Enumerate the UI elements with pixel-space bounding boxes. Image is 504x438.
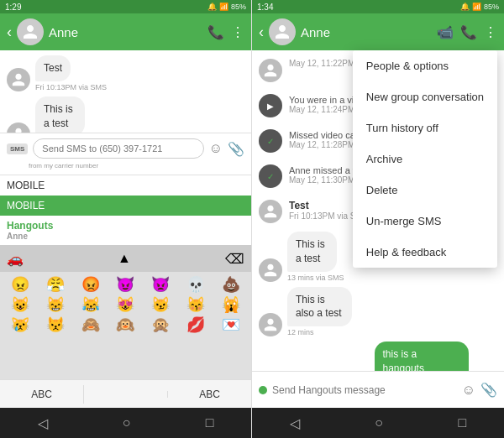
right-msg-text-7: This is also a test <box>296 294 342 320</box>
emoji-9[interactable]: 😸 <box>39 295 72 314</box>
autocomplete-item-3[interactable]: Hangouts Anne <box>0 216 251 245</box>
left-status-icons: 🔔 📶 85% <box>207 3 246 11</box>
emoji-2[interactable]: 😤 <box>39 275 72 294</box>
right-avatar-3: ✓ <box>259 129 282 153</box>
emoji-8[interactable]: 😺 <box>3 295 37 314</box>
right-back-button[interactable]: ‹ <box>259 23 264 41</box>
emoji-1[interactable]: 😠 <box>3 275 37 294</box>
dropdown-item-archive[interactable]: Archive <box>353 143 497 175</box>
left-battery: 85% <box>231 3 246 11</box>
left-message-list: Test Fri 10:13PM via SMS This is a test … <box>0 50 251 133</box>
right-emoji-icon[interactable]: ☺ <box>462 383 475 398</box>
right-contact-name: Anne <box>301 25 432 39</box>
right-msg-text-6: This is a test <box>296 238 325 264</box>
keyboard-area: 🚗 ▲ ⌫ 😠 😤 😡 😈 👿 💀 💩 😺 😸 😹 😻 😼 😽 🙀 😿 😾 🙈 … <box>0 245 251 379</box>
suggestion-abc-left[interactable]: ABC <box>0 385 84 404</box>
keyboard-toolbar: 🚗 ▲ ⌫ <box>0 245 251 272</box>
right-time: 1:34 <box>257 3 273 12</box>
attach-icon[interactable]: 📎 <box>228 141 244 157</box>
left-nav-bar: ◁ ○ □ <box>0 408 251 438</box>
emoji-19[interactable]: 🙊 <box>144 315 177 334</box>
right-attach-icon[interactable]: 📎 <box>480 382 497 398</box>
right-avatar-2: ▶ <box>259 94 282 117</box>
right-call-icon[interactable]: 📞 <box>460 24 477 40</box>
dropdown-item-delete[interactable]: Delete <box>353 175 497 206</box>
msg-text-1: Test <box>44 62 62 74</box>
check-icon-3: ✓ <box>267 137 274 146</box>
emoji-16[interactable]: 😾 <box>39 315 72 334</box>
emoji-5[interactable]: 👿 <box>144 275 177 294</box>
hangouts-dot <box>259 386 267 394</box>
right-home-nav[interactable]: ○ <box>375 415 383 430</box>
right-nav-bar: ◁ ○ □ <box>252 408 504 438</box>
right-bubble-7: This is also a test <box>287 287 352 327</box>
right-msg-block-7: This is also a test 12 mins <box>287 287 382 337</box>
right-input-area: ☺ 📎 <box>252 371 504 408</box>
kb-car-icon[interactable]: 🚗 <box>7 251 24 267</box>
dropdown-item-new-group[interactable]: New group conversation <box>353 81 497 112</box>
emoji-17[interactable]: 🙈 <box>74 315 108 334</box>
msg-meta-1: Fri 10:13PM via SMS <box>35 83 107 91</box>
emoji-4[interactable]: 😈 <box>109 275 143 294</box>
right-video-icon[interactable]: 📹 <box>437 24 454 40</box>
emoji-15[interactable]: 😿 <box>3 315 37 334</box>
left-panel: 1:29 🔔 📶 85% ‹ Anne 📞 ⋮ Test <box>0 0 252 438</box>
right-avatar-6 <box>259 258 282 282</box>
dropdown-item-history[interactable]: Turn history off <box>353 112 497 143</box>
left-time: 1:29 <box>5 3 21 12</box>
input-icons: ☺ 📎 <box>209 141 244 157</box>
dropdown-item-people[interactable]: People & options <box>353 50 497 81</box>
right-recents-nav[interactable]: □ <box>459 415 467 430</box>
suggestion-abc-right[interactable]: ABC <box>168 385 251 404</box>
right-msg-row-7: This is also a test 12 mins <box>259 287 497 337</box>
kb-delete-icon[interactable]: ⌫ <box>225 251 244 267</box>
emoji-10[interactable]: 😹 <box>74 295 108 314</box>
kb-triangle-icon[interactable]: ▲ <box>118 251 131 266</box>
emoji-3[interactable]: 😡 <box>74 275 108 294</box>
left-app-bar: ‹ Anne 📞 ⋮ <box>0 13 251 50</box>
emoji-12[interactable]: 😼 <box>144 295 177 314</box>
right-notification-icon: 🔔 <box>460 3 470 11</box>
left-signal-icon: 📶 <box>219 3 228 11</box>
autocomplete-dropdown: MOBILE MOBILE Hangouts Anne <box>0 175 251 245</box>
autocomplete-item-1[interactable]: MOBILE <box>0 175 251 196</box>
right-avatar-5 <box>259 200 282 223</box>
right-back-nav[interactable]: ◁ <box>290 415 300 431</box>
emoji-icon[interactable]: ☺ <box>209 141 223 156</box>
emoji-13[interactable]: 😽 <box>179 295 213 314</box>
left-header-actions: 📞 ⋮ <box>207 24 244 40</box>
left-back-button[interactable]: ‹ <box>7 23 12 41</box>
right-contact-avatar <box>269 18 296 45</box>
left-recents-nav[interactable]: □ <box>206 415 214 430</box>
dropdown-item-unmerge[interactable]: Un-merge SMS <box>353 206 497 237</box>
right-status-bar: 1:34 🔔 📶 85% <box>252 0 504 13</box>
left-more-icon[interactable]: ⋮ <box>231 24 244 40</box>
right-msg-block-8: this is a hangouts message 12 mins <box>330 342 469 371</box>
emoji-20[interactable]: 💋 <box>179 315 213 334</box>
emoji-6[interactable]: 💀 <box>179 275 213 294</box>
input-row: SMS ☺ 📎 <box>7 138 244 159</box>
message-input[interactable] <box>33 138 203 159</box>
sms-badge: SMS <box>7 143 28 154</box>
emoji-14[interactable]: 🙀 <box>214 295 248 314</box>
left-back-nav[interactable]: ◁ <box>38 415 48 431</box>
carrier-note: from my carrier number <box>29 162 244 169</box>
left-home-nav[interactable]: ○ <box>123 415 131 430</box>
right-more-icon[interactable]: ⋮ <box>484 24 497 40</box>
emoji-7[interactable]: 💩 <box>214 275 248 294</box>
right-avatar-1 <box>259 59 282 82</box>
right-message-input[interactable] <box>272 384 457 396</box>
autocomplete-item-2[interactable]: MOBILE <box>0 196 251 216</box>
right-panel: 1:34 🔔 📶 85% ‹ Anne 📹 📞 ⋮ May 12, 11:22P… <box>252 0 504 438</box>
left-call-icon[interactable]: 📞 <box>207 24 224 40</box>
msg-row-1: Test Fri 10:13PM via SMS <box>7 55 244 91</box>
left-contact-avatar <box>17 18 44 45</box>
emoji-18[interactable]: 🙉 <box>109 315 143 334</box>
dropdown-menu: People & options New group conversation … <box>353 50 497 268</box>
dropdown-item-help[interactable]: Help & feedback <box>353 237 497 268</box>
emoji-21[interactable]: 💌 <box>214 315 248 334</box>
avatar-1 <box>7 68 30 91</box>
suggestion-middle[interactable] <box>84 391 168 398</box>
check-icon-4: ✓ <box>267 172 274 181</box>
emoji-11[interactable]: 😻 <box>109 295 143 314</box>
